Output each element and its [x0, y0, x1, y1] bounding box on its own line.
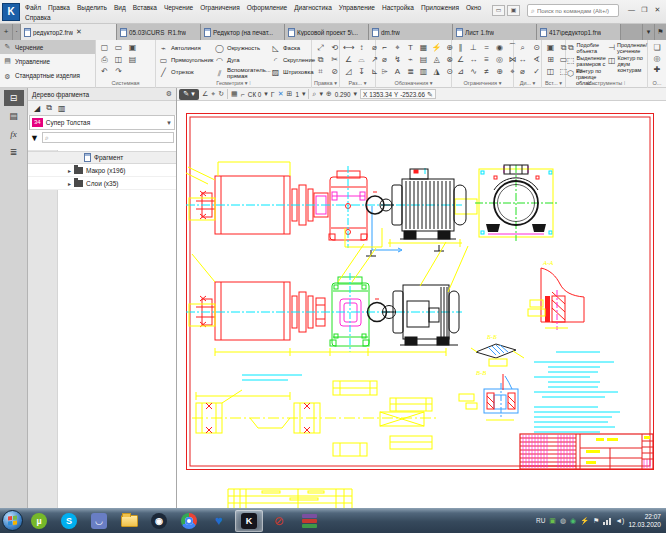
tool-construction-line[interactable]: ⫽Вспомогатель...прямая — [214, 66, 268, 80]
explorer-icon[interactable] — [115, 510, 143, 532]
tool-icon[interactable]: ⌁ — [405, 54, 416, 65]
heart-app-icon[interactable]: ♥ — [205, 510, 233, 532]
menu-management[interactable]: Управление — [338, 3, 376, 12]
tool-icon[interactable]: ◉ — [494, 42, 505, 53]
tree-search[interactable]: ⌕ — [42, 132, 174, 143]
expander-icon[interactable]: ▸ — [68, 167, 71, 174]
update-tray-icon[interactable]: ◍ — [560, 517, 566, 525]
tool-icon[interactable]: ⧉ — [315, 54, 326, 65]
discord-icon[interactable]: ◡ — [85, 510, 113, 532]
snap-angle-icon[interactable]: ∠ — [202, 90, 208, 98]
action-center-flag-icon[interactable]: ⚑ — [593, 517, 599, 525]
tool-icon[interactable]: ∠ — [455, 54, 466, 65]
tool-icon[interactable]: = — [481, 42, 492, 53]
tool-icon[interactable]: ◎ — [652, 53, 663, 64]
menu-view[interactable]: Вид — [113, 3, 127, 12]
kompas-taskbar-icon[interactable]: K — [235, 510, 263, 532]
tab-list1[interactable]: Лист 1.frw — [453, 24, 537, 40]
start-button[interactable] — [2, 510, 23, 531]
antivirus-tray-icon[interactable]: ▣ — [549, 517, 556, 525]
tool-chamfer[interactable]: ◺Фаска — [270, 42, 314, 54]
zoom-dropdown-icon[interactable]: ▾ — [319, 90, 323, 98]
edit-coords-icon[interactable]: ✎ — [427, 90, 433, 99]
tool-icon[interactable]: ❏ — [652, 42, 663, 53]
clock[interactable]: 22:07 12.03.2020 — [628, 513, 661, 529]
tool-hatch[interactable]: ▨Штриховка — [270, 66, 314, 78]
chrome-icon[interactable] — [175, 510, 203, 532]
new-tab-icon[interactable]: + — [0, 24, 13, 40]
tool-arc[interactable]: ◠Дуга — [214, 54, 268, 66]
tool-icon[interactable]: ▦ — [418, 42, 429, 53]
structure-icon[interactable]: ⧉ — [46, 103, 52, 113]
tab-reduktor1[interactable]: 417\редуктор1.frw — [537, 24, 621, 40]
list-panel-icon[interactable]: ≣ — [4, 144, 24, 160]
zoom-value[interactable]: 0.290 — [335, 91, 351, 98]
app-tray-icon[interactable]: ◉ — [570, 517, 576, 525]
zoom-value-dropdown-icon[interactable]: ▾ — [354, 90, 358, 98]
tab-curs-r1[interactable]: 05.03\CURS_R1.frw — [117, 24, 201, 40]
menu-settings[interactable]: Настройка — [381, 3, 415, 12]
tool-extend-trim[interactable]: ⊣Продление/ усечение — [608, 42, 648, 55]
corner-icon[interactable]: Γ — [271, 91, 275, 98]
tab-kursovoy[interactable]: Курсовой проект 5\... — [285, 24, 369, 40]
tool-rectangle[interactable]: ▭Прямоугольник — [158, 54, 212, 66]
command-search[interactable]: ⌕ — [527, 4, 619, 17]
tool-icon[interactable]: ↯ — [392, 54, 403, 65]
gear-icon[interactable]: ⚙ — [166, 90, 172, 98]
tool-icon[interactable]: ⟲ — [329, 42, 340, 53]
skype-icon[interactable]: S — [55, 510, 83, 532]
tool-icon[interactable]: ↕ — [356, 42, 367, 53]
minimize-icon[interactable]: — — [626, 4, 637, 16]
tool-icon[interactable]: ⌖ — [392, 42, 403, 53]
cs-dropdown-icon[interactable]: ▾ — [264, 90, 268, 98]
tool-icon[interactable]: ▥ — [418, 66, 429, 77]
tool-icon[interactable]: ◫ — [545, 66, 556, 77]
tool-icon[interactable]: ⊞ — [545, 54, 556, 65]
tool-icon[interactable]: ∿ — [468, 66, 479, 77]
tool-icon[interactable]: ⌗ — [315, 66, 326, 77]
tool-icon[interactable]: ↔ — [468, 54, 479, 65]
snap-refresh-icon[interactable]: ↻ — [218, 90, 224, 98]
menu-constraints[interactable]: Ограничения — [199, 3, 241, 12]
menu-window[interactable]: Окно — [465, 3, 482, 12]
doc-props-icon[interactable]: ▤ — [127, 54, 138, 65]
snap-point-icon[interactable]: ⌖ — [211, 90, 215, 98]
steam-icon[interactable]: ◉ — [145, 510, 173, 532]
coordinate-system-value[interactable]: СК 0 — [248, 91, 261, 98]
pen-icon[interactable]: ◢ — [34, 104, 40, 113]
tool-icon[interactable]: ≣ — [405, 66, 416, 77]
filter-icon[interactable]: ▼ — [30, 133, 39, 143]
tool-icon[interactable]: ≠ — [481, 66, 492, 77]
fx-panel-icon[interactable]: fx — [4, 126, 24, 142]
tool-icon[interactable]: ⤢ — [315, 42, 326, 53]
zoom-tool-icon[interactable]: ⌕ — [312, 90, 316, 98]
tool-dim-select[interactable]: ⬚Выделение размеров с ру... — [567, 55, 607, 68]
grid-icon[interactable]: ▦ — [231, 90, 238, 98]
tool-icon[interactable]: T — [405, 42, 416, 53]
layer-dropdown-icon[interactable]: ▾ — [302, 90, 306, 98]
tool-icon[interactable]: ⊘ — [329, 66, 340, 77]
tool-icon[interactable]: ⚡ — [431, 42, 442, 53]
ortho-icon[interactable]: ✕ — [278, 90, 284, 98]
menu-help[interactable]: Справка — [24, 13, 52, 22]
drawing-canvas[interactable]: А-А — [177, 101, 666, 508]
layer-value[interactable]: 1 — [295, 91, 299, 98]
blocked-app-icon[interactable]: ⊘ — [265, 510, 293, 532]
close-icon[interactable]: ✕ — [652, 4, 663, 16]
axes-icon[interactable]: ⌐ — [241, 91, 245, 98]
tool-icon[interactable]: ◮ — [431, 66, 442, 77]
tree-root-row[interactable]: Фрагмент — [28, 151, 176, 164]
tab-list-dropdown-icon[interactable]: ▾ — [642, 24, 654, 40]
menu-select[interactable]: Выделить — [76, 3, 108, 12]
tool-icon[interactable]: ⊕ — [494, 66, 505, 77]
tool-icon[interactable]: ⌀ — [517, 66, 528, 77]
tool-icon[interactable]: ∥ — [455, 42, 466, 53]
mode-tab-management[interactable]: ▤ Управление — [0, 54, 95, 68]
tool-contour-two[interactable]: ◫Контур по двум контурам — [608, 55, 648, 68]
menu-drawing[interactable]: Черчение — [163, 3, 194, 12]
preview-icon[interactable]: ◫ — [113, 54, 124, 65]
tool-icon[interactable]: ▤ — [418, 54, 429, 65]
tab-reduktor-print[interactable]: Редуктор (на печат... — [201, 24, 285, 40]
new-doc-icon[interactable]: ▢ — [99, 42, 110, 53]
window-layout-icon[interactable]: ▭ — [492, 5, 505, 16]
